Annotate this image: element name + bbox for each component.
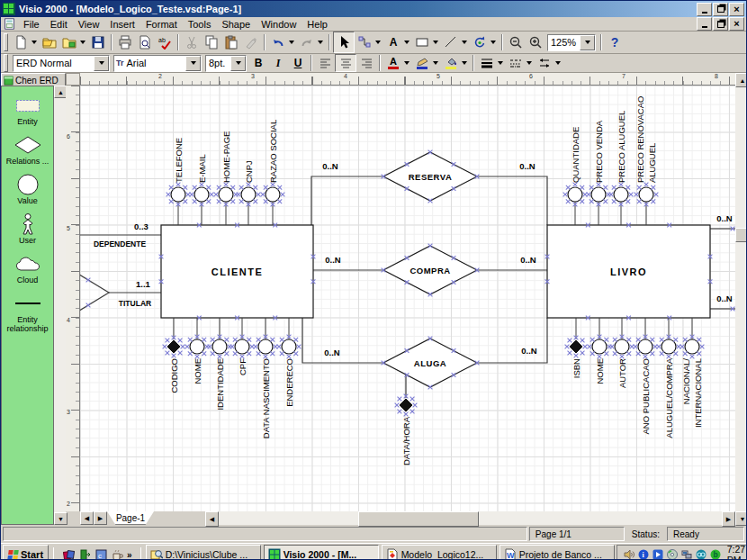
restore-button[interactable] [713,3,728,16]
quick-launch-icon-1[interactable] [62,548,76,560]
fill-color-button[interactable] [441,55,461,71]
undo-button[interactable] [268,32,288,52]
style-combo[interactable]: ERD Normal [13,55,110,72]
open-stencil-dropdown[interactable] [80,41,86,44]
horizontal-scrollbar[interactable]: ◀ ▶ [205,511,735,525]
line-color-button[interactable] [412,55,432,71]
tray-info-icon[interactable]: i [637,548,650,560]
rotate-tool-button[interactable] [470,32,490,52]
bold-button[interactable]: B [248,55,268,71]
horizontal-scroll-thumb[interactable] [358,511,479,527]
style-combo-arrow[interactable] [94,56,109,71]
fill-color-dropdown[interactable] [462,61,467,65]
vertical-scroll-thumb[interactable] [735,228,747,242]
line-pattern-dropdown[interactable] [526,61,532,65]
last-page-button[interactable]: ▶ [94,511,107,525]
rectangle-tool-button[interactable] [412,32,432,52]
drawing-page[interactable]: 0..N0..N0..N0..N0..N0..N0..N0..N0..3DEPE… [80,86,735,511]
start-button[interactable]: Start [3,545,49,560]
quick-launch-chevron[interactable]: » [127,550,132,560]
zoom-out-button[interactable] [506,32,526,52]
toolbar-grip[interactable] [4,33,8,51]
stencil-master-value[interactable]: Value [2,174,53,205]
pointer-tool-button[interactable] [333,32,355,53]
redo-dropdown[interactable] [318,41,323,44]
stencil-master-cloud[interactable]: Cloud [2,253,53,285]
line-weight-dropdown[interactable] [498,61,503,65]
toolbar-grip2[interactable] [4,54,8,72]
underline-button[interactable]: U [288,55,308,71]
zoom-in-button[interactable] [526,32,545,52]
font-color-dropdown[interactable] [404,61,410,65]
quick-launch-icon-2[interactable] [78,548,92,560]
scroll-up-arrow[interactable]: ▲ [735,73,747,87]
font-combo[interactable]: Tr Arial [113,55,202,72]
doc-minimize-button[interactable] [697,17,712,31]
spelling-button[interactable]: ab [155,32,175,52]
line-dropdown[interactable] [462,41,467,44]
rectangle-dropdown[interactable] [433,41,438,44]
help-button[interactable]: ? [605,32,625,52]
tray-media-teal-icon[interactable] [695,548,707,560]
align-left-button[interactable] [315,55,335,71]
menu-shape[interactable]: Shape [216,18,256,31]
line-pattern-button[interactable] [506,55,526,71]
cut-button[interactable] [182,32,202,52]
stencil-master-entity[interactable]: Entity [2,95,53,126]
new-button[interactable] [11,32,31,52]
quick-launch-icon-4[interactable] [111,548,124,560]
reserva-livro[interactable] [477,176,547,225]
connector-tool-button[interactable] [355,32,374,52]
text-tool-button[interactable]: A [383,32,403,52]
connector-dropdown[interactable] [375,41,381,44]
paste-button[interactable] [221,32,241,52]
rotate-dropdown[interactable] [490,41,496,44]
vertical-scrollbar[interactable]: ▲ ▼ [735,73,747,525]
stencil-master-entity-relationship[interactable]: Entity relationship [2,293,53,333]
page-tab[interactable]: Page-1 [107,511,154,525]
size-combo[interactable]: 8pt. [205,55,247,72]
new-dropdown[interactable] [32,41,37,44]
scroll-down-arrow[interactable]: ▼ [735,511,747,526]
tray-media-play-icon[interactable] [652,548,664,560]
stencil-master-relations-[interactable]: Relations ... [2,134,53,166]
close-button[interactable]: × [729,3,744,16]
font-combo-arrow[interactable] [185,56,201,71]
zoom-combo-arrow[interactable] [580,35,595,50]
doc-restore-button[interactable] [713,17,728,31]
align-right-button[interactable] [356,55,376,71]
undo-dropdown[interactable] [289,41,294,44]
open-stencil-button[interactable] [59,32,79,52]
save-button[interactable] [88,32,108,52]
text-tool-dropdown[interactable] [404,41,410,44]
menu-edit[interactable]: Edit [45,18,73,31]
quick-launch-icon-3[interactable]: c [94,548,108,560]
redo-button[interactable] [297,32,317,52]
tray-network-icon[interactable] [680,548,693,560]
cliente-reserva[interactable] [311,176,383,225]
tray-cd-icon[interactable] [666,548,679,560]
line-ends-dropdown[interactable] [555,61,561,65]
cliente-aluga[interactable] [302,318,383,363]
doc-close-button[interactable]: × [729,17,744,31]
scroll-left-arrow[interactable]: ◀ [205,511,219,527]
taskbar-button-visio-doc[interactable]: Modelo_Logico12... [382,545,497,560]
line-tool-button[interactable] [441,32,461,52]
line-ends-button[interactable] [535,55,554,71]
menu-help[interactable]: Help [302,18,333,31]
line-color-dropdown[interactable] [433,61,438,65]
menu-format[interactable]: Format [140,18,183,31]
taskbar-button-word[interactable]: WProjeto de Banco ... [500,545,615,560]
aluga-livro[interactable] [477,318,547,363]
tray-volume-icon[interactable] [623,548,635,560]
menu-file[interactable]: File [18,18,45,31]
stencil-scroll-down[interactable]: ▼ [54,512,68,525]
size-combo-arrow[interactable] [230,56,246,71]
scroll-right-arrow[interactable]: ▶ [722,511,735,527]
document-icon[interactable] [4,18,15,30]
menu-view[interactable]: View [73,18,105,31]
menu-tools[interactable]: Tools [183,18,217,31]
format-painter-button[interactable] [241,32,261,52]
taskbar-button-visio[interactable]: Visio 2000 - [M... [264,545,379,560]
partial-relationship-diamond[interactable] [80,267,109,318]
